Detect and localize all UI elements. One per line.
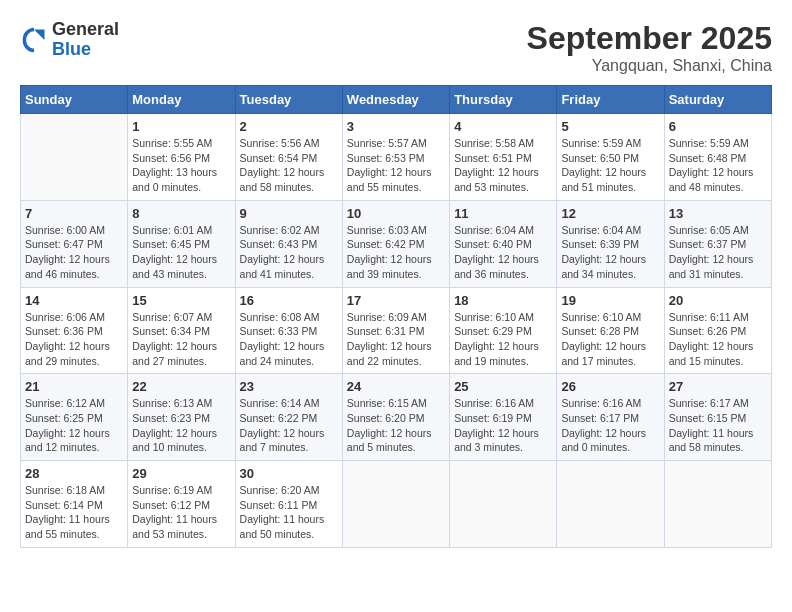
location: Yangquan, Shanxi, China [527,57,772,75]
day-number: 2 [240,119,338,134]
calendar-cell: 8Sunrise: 6:01 AM Sunset: 6:45 PM Daylig… [128,200,235,287]
day-number: 3 [347,119,445,134]
day-info: Sunrise: 5:59 AM Sunset: 6:50 PM Dayligh… [561,136,659,195]
calendar-cell: 29Sunrise: 6:19 AM Sunset: 6:12 PM Dayli… [128,461,235,548]
day-info: Sunrise: 6:13 AM Sunset: 6:23 PM Dayligh… [132,396,230,455]
page-header: General Blue September 2025 Yangquan, Sh… [20,20,772,75]
day-info: Sunrise: 6:06 AM Sunset: 6:36 PM Dayligh… [25,310,123,369]
day-number: 13 [669,206,767,221]
day-number: 4 [454,119,552,134]
day-info: Sunrise: 6:18 AM Sunset: 6:14 PM Dayligh… [25,483,123,542]
day-number: 26 [561,379,659,394]
calendar-cell: 19Sunrise: 6:10 AM Sunset: 6:28 PM Dayli… [557,287,664,374]
day-info: Sunrise: 6:04 AM Sunset: 6:39 PM Dayligh… [561,223,659,282]
day-number: 30 [240,466,338,481]
day-info: Sunrise: 5:58 AM Sunset: 6:51 PM Dayligh… [454,136,552,195]
day-number: 23 [240,379,338,394]
calendar-cell [664,461,771,548]
day-info: Sunrise: 5:59 AM Sunset: 6:48 PM Dayligh… [669,136,767,195]
day-info: Sunrise: 6:07 AM Sunset: 6:34 PM Dayligh… [132,310,230,369]
day-info: Sunrise: 6:16 AM Sunset: 6:17 PM Dayligh… [561,396,659,455]
day-number: 14 [25,293,123,308]
calendar-cell: 21Sunrise: 6:12 AM Sunset: 6:25 PM Dayli… [21,374,128,461]
day-number: 19 [561,293,659,308]
day-number: 6 [669,119,767,134]
calendar-cell: 17Sunrise: 6:09 AM Sunset: 6:31 PM Dayli… [342,287,449,374]
logo-icon [20,26,48,54]
calendar-cell: 5Sunrise: 5:59 AM Sunset: 6:50 PM Daylig… [557,114,664,201]
calendar-table: SundayMondayTuesdayWednesdayThursdayFrid… [20,85,772,548]
day-info: Sunrise: 5:56 AM Sunset: 6:54 PM Dayligh… [240,136,338,195]
day-number: 15 [132,293,230,308]
day-info: Sunrise: 5:57 AM Sunset: 6:53 PM Dayligh… [347,136,445,195]
day-info: Sunrise: 6:09 AM Sunset: 6:31 PM Dayligh… [347,310,445,369]
week-row-3: 14Sunrise: 6:06 AM Sunset: 6:36 PM Dayli… [21,287,772,374]
weekday-header-row: SundayMondayTuesdayWednesdayThursdayFrid… [21,86,772,114]
weekday-header-thursday: Thursday [450,86,557,114]
week-row-5: 28Sunrise: 6:18 AM Sunset: 6:14 PM Dayli… [21,461,772,548]
calendar-cell: 23Sunrise: 6:14 AM Sunset: 6:22 PM Dayli… [235,374,342,461]
day-number: 17 [347,293,445,308]
weekday-header-sunday: Sunday [21,86,128,114]
day-info: Sunrise: 6:15 AM Sunset: 6:20 PM Dayligh… [347,396,445,455]
calendar-cell: 6Sunrise: 5:59 AM Sunset: 6:48 PM Daylig… [664,114,771,201]
week-row-1: 1Sunrise: 5:55 AM Sunset: 6:56 PM Daylig… [21,114,772,201]
calendar-cell: 3Sunrise: 5:57 AM Sunset: 6:53 PM Daylig… [342,114,449,201]
calendar-cell: 28Sunrise: 6:18 AM Sunset: 6:14 PM Dayli… [21,461,128,548]
calendar-cell: 11Sunrise: 6:04 AM Sunset: 6:40 PM Dayli… [450,200,557,287]
calendar-cell: 20Sunrise: 6:11 AM Sunset: 6:26 PM Dayli… [664,287,771,374]
day-number: 7 [25,206,123,221]
weekday-header-tuesday: Tuesday [235,86,342,114]
day-number: 21 [25,379,123,394]
month-title: September 2025 [527,20,772,57]
day-info: Sunrise: 6:10 AM Sunset: 6:29 PM Dayligh… [454,310,552,369]
calendar-cell: 14Sunrise: 6:06 AM Sunset: 6:36 PM Dayli… [21,287,128,374]
week-row-2: 7Sunrise: 6:00 AM Sunset: 6:47 PM Daylig… [21,200,772,287]
day-number: 11 [454,206,552,221]
calendar-cell: 4Sunrise: 5:58 AM Sunset: 6:51 PM Daylig… [450,114,557,201]
svg-marker-0 [34,29,45,40]
day-info: Sunrise: 6:20 AM Sunset: 6:11 PM Dayligh… [240,483,338,542]
day-number: 29 [132,466,230,481]
calendar-cell: 22Sunrise: 6:13 AM Sunset: 6:23 PM Dayli… [128,374,235,461]
calendar-cell: 7Sunrise: 6:00 AM Sunset: 6:47 PM Daylig… [21,200,128,287]
calendar-cell: 25Sunrise: 6:16 AM Sunset: 6:19 PM Dayli… [450,374,557,461]
week-row-4: 21Sunrise: 6:12 AM Sunset: 6:25 PM Dayli… [21,374,772,461]
day-info: Sunrise: 6:02 AM Sunset: 6:43 PM Dayligh… [240,223,338,282]
day-info: Sunrise: 6:10 AM Sunset: 6:28 PM Dayligh… [561,310,659,369]
day-info: Sunrise: 6:00 AM Sunset: 6:47 PM Dayligh… [25,223,123,282]
calendar-cell [21,114,128,201]
weekday-header-monday: Monday [128,86,235,114]
logo-text: General Blue [52,20,119,60]
calendar-cell: 12Sunrise: 6:04 AM Sunset: 6:39 PM Dayli… [557,200,664,287]
day-info: Sunrise: 6:11 AM Sunset: 6:26 PM Dayligh… [669,310,767,369]
day-info: Sunrise: 6:08 AM Sunset: 6:33 PM Dayligh… [240,310,338,369]
day-info: Sunrise: 6:14 AM Sunset: 6:22 PM Dayligh… [240,396,338,455]
day-info: Sunrise: 6:12 AM Sunset: 6:25 PM Dayligh… [25,396,123,455]
day-info: Sunrise: 6:16 AM Sunset: 6:19 PM Dayligh… [454,396,552,455]
day-number: 9 [240,206,338,221]
calendar-cell [342,461,449,548]
day-number: 25 [454,379,552,394]
calendar-cell [450,461,557,548]
day-number: 27 [669,379,767,394]
weekday-header-friday: Friday [557,86,664,114]
day-number: 28 [25,466,123,481]
calendar-cell: 13Sunrise: 6:05 AM Sunset: 6:37 PM Dayli… [664,200,771,287]
weekday-header-saturday: Saturday [664,86,771,114]
day-number: 24 [347,379,445,394]
calendar-cell: 18Sunrise: 6:10 AM Sunset: 6:29 PM Dayli… [450,287,557,374]
day-number: 22 [132,379,230,394]
calendar-cell: 1Sunrise: 5:55 AM Sunset: 6:56 PM Daylig… [128,114,235,201]
day-number: 1 [132,119,230,134]
calendar-cell: 26Sunrise: 6:16 AM Sunset: 6:17 PM Dayli… [557,374,664,461]
day-number: 18 [454,293,552,308]
logo: General Blue [20,20,119,60]
calendar-cell [557,461,664,548]
day-number: 5 [561,119,659,134]
calendar-cell: 15Sunrise: 6:07 AM Sunset: 6:34 PM Dayli… [128,287,235,374]
calendar-cell: 9Sunrise: 6:02 AM Sunset: 6:43 PM Daylig… [235,200,342,287]
day-number: 8 [132,206,230,221]
day-number: 10 [347,206,445,221]
day-info: Sunrise: 6:05 AM Sunset: 6:37 PM Dayligh… [669,223,767,282]
